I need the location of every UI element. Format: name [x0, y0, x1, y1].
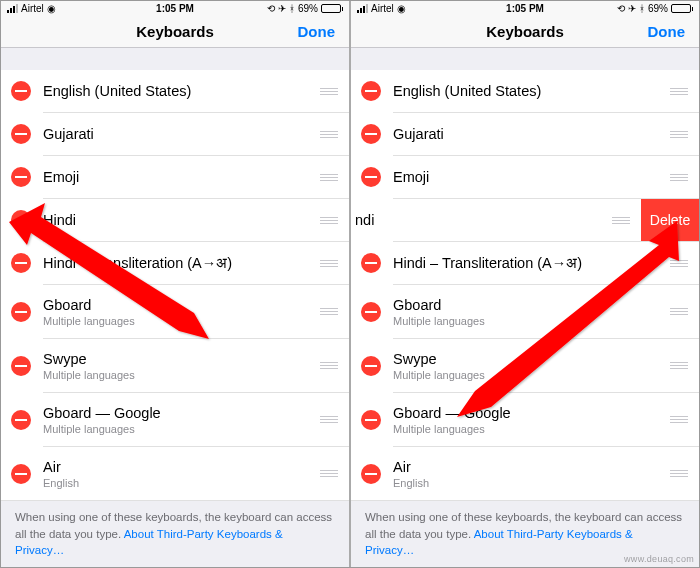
phone-right: Airtel ◉ 1:05 PM ⟲ ✈ ᚼ 69% Keyboards Don…: [351, 1, 699, 567]
delete-toggle-icon[interactable]: [361, 124, 381, 144]
wifi-icon: ◉: [397, 3, 406, 14]
drag-handle-icon[interactable]: [319, 416, 349, 423]
delete-toggle-icon[interactable]: [11, 464, 31, 484]
keyboards-list: English (United States) Gujarati Emoji H…: [1, 70, 349, 501]
list-item[interactable]: AirEnglish: [1, 447, 349, 501]
delete-toggle-icon[interactable]: [361, 167, 381, 187]
row-title: Gboard — Google: [43, 405, 319, 421]
list-item[interactable]: GboardMultiple languages: [351, 285, 699, 339]
delete-toggle-icon[interactable]: [11, 253, 31, 273]
signal-icon: [7, 4, 18, 13]
delete-toggle-icon[interactable]: [11, 356, 31, 376]
row-title: English (United States): [43, 83, 319, 99]
signal-icon: [357, 4, 368, 13]
nav-bar: Keyboards Done: [351, 16, 699, 48]
drag-handle-icon[interactable]: [669, 470, 699, 477]
row-title: Hindi – Transliteration (A→अ): [393, 255, 669, 272]
delete-toggle-icon[interactable]: [361, 253, 381, 273]
delete-toggle-icon[interactable]: [11, 210, 31, 230]
drag-handle-icon[interactable]: [319, 308, 349, 315]
delete-toggle-icon[interactable]: [11, 81, 31, 101]
drag-handle-icon[interactable]: [669, 260, 699, 267]
delete-toggle-icon[interactable]: [361, 464, 381, 484]
delete-toggle-icon[interactable]: [11, 410, 31, 430]
drag-handle-icon[interactable]: [669, 174, 699, 181]
bluetooth-icon: ᚼ: [639, 3, 645, 14]
list-item[interactable]: Emoji: [351, 156, 699, 199]
row-subtitle: Multiple languages: [43, 315, 319, 327]
drag-handle-icon[interactable]: [319, 362, 349, 369]
drag-handle-icon[interactable]: [319, 260, 349, 267]
carrier-label: Airtel: [371, 3, 394, 14]
drag-handle-icon[interactable]: [669, 362, 699, 369]
delete-button[interactable]: Delete: [641, 199, 699, 242]
list-item[interactable]: AirEnglish: [351, 447, 699, 501]
row-title: Air: [43, 459, 319, 475]
row-title: Emoji: [393, 169, 669, 185]
row-subtitle: English: [393, 477, 669, 489]
list-item[interactable]: Gboard — GoogleMultiple languages: [351, 393, 699, 447]
list-item[interactable]: SwypeMultiple languages: [1, 339, 349, 393]
page-title: Keyboards: [486, 23, 564, 40]
done-button[interactable]: Done: [648, 23, 686, 40]
footer-note: When using one of these keyboards, the k…: [1, 501, 349, 567]
battery-pct: 69%: [648, 3, 668, 14]
drag-handle-icon[interactable]: [319, 470, 349, 477]
row-title: Gujarati: [43, 126, 319, 142]
drag-handle-icon[interactable]: [669, 131, 699, 138]
row-title: Gujarati: [393, 126, 669, 142]
drag-handle-icon[interactable]: [319, 131, 349, 138]
delete-toggle-icon[interactable]: [11, 167, 31, 187]
delete-toggle-icon[interactable]: [11, 124, 31, 144]
drag-handle-icon[interactable]: [669, 416, 699, 423]
bluetooth-icon: ᚼ: [289, 3, 295, 14]
row-subtitle: Multiple languages: [43, 423, 319, 435]
done-button[interactable]: Done: [298, 23, 336, 40]
list-item-swiped[interactable]: ndi Delete: [351, 199, 699, 242]
list-item[interactable]: GboardMultiple languages: [1, 285, 349, 339]
list-item[interactable]: Hindi – Transliteration (A→अ): [351, 242, 699, 285]
status-bar: Airtel ◉ 1:05 PM ⟲ ✈ ᚼ 69%: [351, 1, 699, 16]
list-item[interactable]: Hindi: [1, 199, 349, 242]
list-item[interactable]: Hindi – Transliteration (A→अ): [1, 242, 349, 285]
row-title: ndi: [355, 212, 611, 228]
delete-toggle-icon[interactable]: [361, 410, 381, 430]
drag-handle-icon[interactable]: [669, 308, 699, 315]
rotation-lock-icon: ⟲: [267, 3, 275, 14]
wifi-icon: ◉: [47, 3, 56, 14]
row-title: Gboard: [43, 297, 319, 313]
drag-handle-icon[interactable]: [611, 217, 641, 224]
row-title: Swype: [43, 351, 319, 367]
row-title: English (United States): [393, 83, 669, 99]
delete-toggle-icon[interactable]: [11, 302, 31, 322]
row-title: Gboard: [393, 297, 669, 313]
battery-pct: 69%: [298, 3, 318, 14]
list-item[interactable]: English (United States): [1, 70, 349, 113]
list-item[interactable]: Gujarati: [351, 113, 699, 156]
list-item[interactable]: Emoji: [1, 156, 349, 199]
alarm-icon: ✈: [278, 3, 286, 14]
drag-handle-icon[interactable]: [669, 88, 699, 95]
alarm-icon: ✈: [628, 3, 636, 14]
row-title: Air: [393, 459, 669, 475]
drag-handle-icon[interactable]: [319, 217, 349, 224]
watermark: www.deuaq.com: [624, 554, 694, 564]
battery-icon: [321, 4, 343, 13]
carrier-label: Airtel: [21, 3, 44, 14]
list-item[interactable]: English (United States): [351, 70, 699, 113]
delete-toggle-icon[interactable]: [361, 356, 381, 376]
drag-handle-icon[interactable]: [319, 88, 349, 95]
delete-toggle-icon[interactable]: [361, 81, 381, 101]
row-subtitle: Multiple languages: [393, 369, 669, 381]
list-item[interactable]: Gboard — GoogleMultiple languages: [1, 393, 349, 447]
drag-handle-icon[interactable]: [319, 174, 349, 181]
row-title: Hindi: [43, 212, 319, 228]
status-time: 1:05 PM: [156, 3, 194, 14]
list-item[interactable]: SwypeMultiple languages: [351, 339, 699, 393]
row-title: Emoji: [43, 169, 319, 185]
battery-icon: [671, 4, 693, 13]
list-item[interactable]: Gujarati: [1, 113, 349, 156]
delete-toggle-icon[interactable]: [361, 302, 381, 322]
row-subtitle: English: [43, 477, 319, 489]
row-title: Swype: [393, 351, 669, 367]
